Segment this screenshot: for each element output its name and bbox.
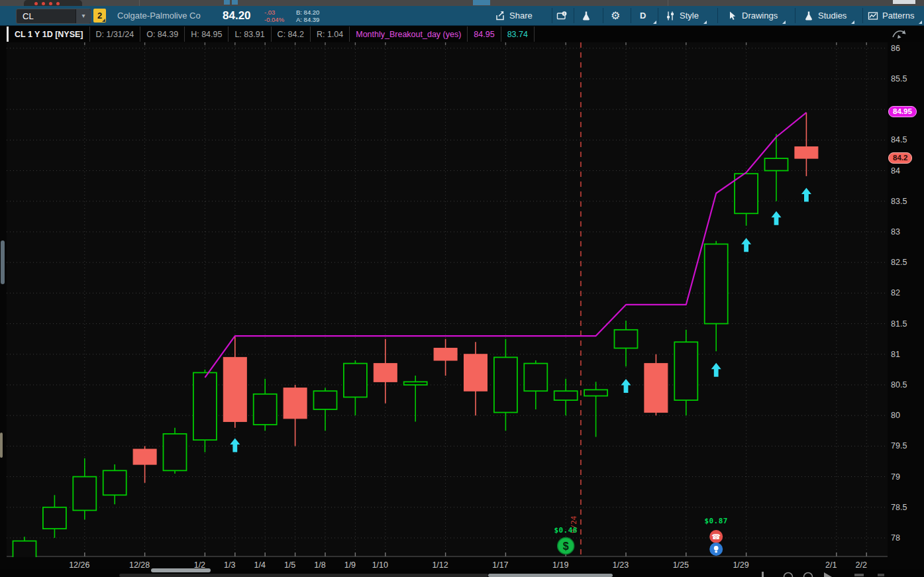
chart-title: CL 1 Y 1D [NYSE]	[9, 26, 90, 42]
last-price: 84.20	[223, 6, 251, 25]
y-axis-label: 80	[891, 411, 900, 421]
toolbar-separator	[552, 8, 552, 23]
candle-1/2	[193, 372, 217, 440]
x-axis-label: 2/1	[815, 560, 848, 570]
scrollbar-track[interactable]	[119, 574, 488, 577]
candlestick-plot[interactable]: 9/24$0.48$$0.87☎	[7, 42, 888, 557]
study-label[interactable]: Monthly_Breakout_day (yes)	[350, 26, 468, 42]
drawings-button[interactable]: Drawings	[727, 6, 778, 25]
candle-1/30	[765, 158, 788, 170]
axis-autofit-button[interactable]	[891, 27, 907, 43]
header-open: O: 84.39	[140, 26, 185, 42]
buy-signal-arrow	[230, 439, 240, 452]
bulb-glyph	[714, 546, 719, 551]
candle-1/29	[735, 174, 758, 213]
chart-header-strip: CL 1 Y 1D [NYSE] D: 1/31/24 O: 84.39 H: …	[0, 26, 924, 42]
change-value: -.03	[264, 9, 284, 16]
candle-12/22	[43, 507, 66, 529]
dropdown-corner	[653, 21, 656, 24]
company-name: Colgate-Palmolive Co	[117, 6, 201, 25]
analyze-button[interactable]	[581, 6, 591, 25]
y-axis-label: 78	[891, 533, 900, 543]
y-axis-label: 85.5	[891, 74, 907, 84]
toolbar-separator	[631, 8, 631, 23]
candle-1/22	[584, 390, 607, 395]
buy-signal-arrow	[741, 238, 751, 252]
zoom-out-icon[interactable]	[804, 573, 813, 577]
candle-1/31	[795, 147, 818, 159]
linked-chart-badge[interactable]: 2	[93, 9, 106, 23]
x-axis-label: 1/10	[364, 560, 397, 570]
toolbar-separator	[795, 8, 796, 23]
pan-pointer-icon[interactable]	[824, 572, 832, 577]
candle-1/18	[524, 364, 547, 392]
x-axis-label: 2/2	[845, 560, 878, 570]
ask-value: A: 84.39	[296, 16, 319, 23]
alerts-button[interactable]: !	[556, 6, 567, 25]
strip-separator	[139, 0, 140, 6]
window-tab[interactable]	[24, 0, 82, 6]
candle-12/29	[164, 434, 187, 470]
candle-1/17	[494, 357, 517, 412]
window-top-strip	[0, 0, 924, 6]
event-amount: $0.48	[554, 526, 578, 535]
header-accent-bar	[7, 26, 9, 42]
grid	[7, 42, 888, 556]
style-button[interactable]: Style	[665, 6, 699, 25]
zoom-in-icon[interactable]	[784, 573, 793, 577]
settings-button[interactable]: ⚙	[611, 6, 620, 25]
share-label: Share	[509, 11, 533, 21]
y-axis-label: 79.5	[891, 441, 907, 451]
header-close: C: 84.2	[272, 26, 311, 42]
x-axis-label: 1/4	[243, 560, 276, 570]
candle-12/21	[13, 541, 36, 557]
x-axis-label: 1/23	[604, 560, 637, 570]
style-icon	[665, 11, 676, 21]
x-axis-label: 1/17	[484, 560, 517, 570]
symbol-value: CL	[23, 9, 34, 23]
scrollbar-thumb[interactable]	[151, 568, 211, 572]
symbol-dropdown-button[interactable]: ▾	[76, 9, 91, 23]
toolbar-separator	[862, 8, 863, 23]
studies-label: Studies	[818, 11, 847, 21]
candle-1/26	[705, 244, 728, 323]
header-high: H: 84.95	[185, 26, 229, 42]
y-axis-label: 84.5	[891, 135, 907, 145]
candle-1/9	[344, 364, 367, 397]
cut-blue-icon	[224, 0, 230, 5]
x-axis-label: 1/12	[424, 560, 457, 570]
candle-12/26	[73, 477, 96, 511]
change-percent: -0.04%	[264, 16, 284, 23]
study-value-low: 83.74	[501, 26, 535, 42]
cut-blue-icon	[473, 0, 490, 5]
dropdown-corner	[782, 21, 786, 24]
x-axis-label: 1/3	[213, 560, 246, 570]
price-axis[interactable]: 8685.584.58483.58382.58281.58180.58079.5…	[888, 42, 924, 564]
header-range: R: 1.04	[311, 26, 350, 42]
chart-zoom-controls[interactable]	[755, 571, 921, 577]
phone-glyph: ☎	[711, 533, 721, 541]
bid-value: B: 84.20	[296, 9, 319, 16]
y-axis-label: 79	[891, 472, 900, 482]
header-low: L: 83.91	[229, 26, 271, 42]
patterns-icon	[868, 11, 878, 21]
gear-icon: ⚙	[611, 9, 620, 22]
studies-button[interactable]: Studies	[803, 6, 847, 25]
time-axis[interactable]: 12/2612/281/21/31/41/51/81/91/101/121/17…	[7, 557, 888, 570]
share-button[interactable]: Share	[495, 6, 533, 25]
sidebar-gripper[interactable]	[1, 240, 5, 284]
candle-12/28	[133, 449, 156, 464]
symbol-input[interactable]: CL ▾	[16, 9, 91, 24]
buy-signal-arrow	[801, 188, 811, 202]
sidebar-gripper[interactable]	[0, 433, 3, 458]
candle-1/5	[283, 388, 307, 419]
candle-1/16	[464, 354, 488, 391]
red-dot-icon	[34, 2, 38, 5]
scrollbar-thumb[interactable]	[488, 574, 613, 577]
candle-1/25	[674, 342, 697, 400]
timeframe-button[interactable]: D	[640, 6, 646, 25]
patterns-button[interactable]: Patterns	[868, 6, 914, 25]
y-axis-label: 82	[891, 288, 900, 298]
y-axis-label: 81	[891, 350, 900, 360]
dropdown-corner	[851, 21, 854, 24]
